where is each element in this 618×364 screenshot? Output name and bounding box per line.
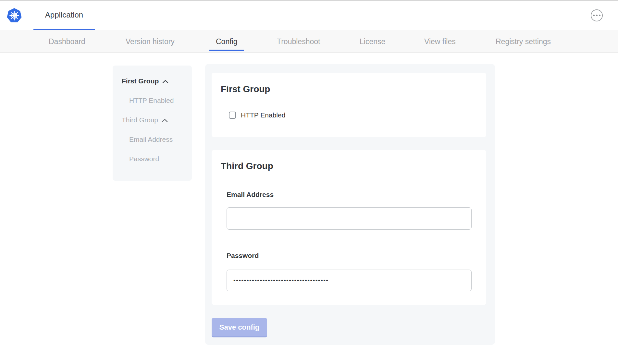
group-title: Third Group <box>221 162 273 171</box>
password-label: Password <box>227 252 259 259</box>
sidebar-item-label: Email Address <box>129 136 173 143</box>
tab-application[interactable]: Application <box>33 1 95 30</box>
tab-dashboard[interactable]: Dashboard <box>42 30 92 53</box>
config-group-third: Third Group Email Address Password <box>212 150 486 305</box>
tab-registry-settings[interactable]: Registry settings <box>489 30 557 53</box>
config-subnav: Dashboard Version history Config Trouble… <box>0 30 618 53</box>
kubernetes-icon <box>6 8 23 23</box>
tab-version-history[interactable]: Version history <box>119 30 181 53</box>
tab-config[interactable]: Config <box>209 30 244 53</box>
checkbox-label[interactable]: HTTP Enabled <box>241 111 285 119</box>
app-header: Application <box>0 0 618 30</box>
sidebar-item-password[interactable]: Password <box>113 155 192 163</box>
config-groups-sidebar: First Group HTTP Enabled Third Group Ema… <box>113 66 192 181</box>
sidebar-item-http-enabled[interactable]: HTTP Enabled <box>113 97 192 104</box>
group-title: First Group <box>221 85 270 94</box>
sidebar-item-label: First Group <box>122 77 159 85</box>
email-address-label: Email Address <box>227 191 274 198</box>
sidebar-item-label: Third Group <box>122 116 158 124</box>
chevron-up-icon[interactable] <box>162 119 168 122</box>
tab-view-files[interactable]: View files <box>418 30 462 53</box>
sidebar-item-third-group[interactable]: Third Group <box>113 116 192 124</box>
email-address-input[interactable] <box>227 207 472 230</box>
tab-troubleshoot[interactable]: Troubleshoot <box>270 30 327 53</box>
sidebar-item-first-group[interactable]: First Group <box>113 77 192 85</box>
http-enabled-checkbox[interactable] <box>229 112 236 119</box>
sidebar-item-label: HTTP Enabled <box>129 97 174 104</box>
config-panel: First Group HTTP Enabled Third Group Ema… <box>205 64 495 345</box>
ellipsis-icon[interactable] <box>591 9 603 21</box>
http-enabled-field: HTTP Enabled <box>229 111 285 119</box>
tab-license[interactable]: License <box>353 30 392 53</box>
config-group-first: First Group HTTP Enabled <box>212 73 486 137</box>
password-input[interactable] <box>227 270 472 291</box>
sidebar-item-label: Password <box>129 155 159 163</box>
chevron-up-icon[interactable] <box>162 80 168 83</box>
save-config-button[interactable]: Save config <box>212 318 267 336</box>
sidebar-item-email-address[interactable]: Email Address <box>113 136 192 143</box>
